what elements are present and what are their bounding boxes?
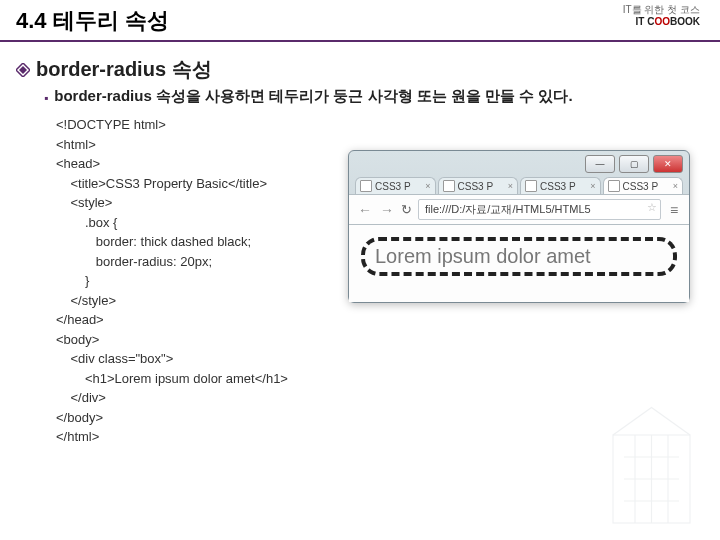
diamond-bullet-icon (16, 63, 30, 77)
block-title: border-radius 속성 (36, 56, 212, 83)
url-text: file:///D:/자료/교재/HTML5/HTML5 (425, 203, 591, 215)
window-close-button[interactable]: ✕ (653, 155, 683, 173)
menu-icon[interactable]: ≡ (667, 202, 681, 218)
sub-bullet-row: ▪ border-radius 속성을 사용하면 테두리가 둥근 사각형 또는 … (44, 87, 708, 109)
address-bar-row: ← → ↻ file:///D:/자료/교재/HTML5/HTML5 ☆ ≡ (349, 194, 689, 225)
logo-subtext: IT를 위한 첫 코스 (623, 4, 700, 15)
sub-bullet-text: border-radius 속성을 사용하면 테두리가 둥근 사각형 또는 원을… (54, 87, 572, 106)
file-icon (360, 180, 372, 192)
decorative-building-icon (602, 402, 712, 534)
brand-logo: IT를 위한 첫 코스 IT COOBOOK (623, 4, 700, 28)
close-icon[interactable]: × (425, 181, 430, 191)
file-icon (443, 180, 455, 192)
browser-tab-active[interactable]: CSS3 P× (603, 177, 684, 194)
section-heading: 4.4 테두리 속성 (0, 0, 720, 42)
browser-viewport: Lorem ipsum dolor amet (349, 225, 689, 302)
reload-icon[interactable]: ↻ (401, 202, 412, 217)
browser-tab[interactable]: CSS3 P× (438, 177, 519, 194)
block-title-row: border-radius 속성 (16, 56, 708, 83)
tab-strip: CSS3 P× CSS3 P× CSS3 P× CSS3 P× (349, 177, 689, 194)
file-icon (525, 180, 537, 192)
window-maximize-button[interactable]: ▢ (619, 155, 649, 173)
close-icon[interactable]: × (508, 181, 513, 191)
browser-tab[interactable]: CSS3 P× (520, 177, 601, 194)
rendered-heading-text: Lorem ipsum dolor amet (375, 245, 591, 267)
back-icon[interactable]: ← (357, 202, 373, 218)
browser-window: — ▢ ✕ CSS3 P× CSS3 P× CSS3 P× CSS3 P× ← … (348, 150, 690, 303)
rendered-box: Lorem ipsum dolor amet (361, 237, 677, 276)
forward-icon[interactable]: → (379, 202, 395, 218)
window-titlebar: — ▢ ✕ (349, 151, 689, 177)
browser-tab[interactable]: CSS3 P× (355, 177, 436, 194)
logo-brand: IT COOBOOK (636, 16, 700, 27)
bookmark-star-icon[interactable]: ☆ (647, 201, 657, 214)
close-icon[interactable]: × (590, 181, 595, 191)
url-input[interactable]: file:///D:/자료/교재/HTML5/HTML5 ☆ (418, 199, 661, 220)
square-bullet-icon: ▪ (44, 87, 48, 109)
close-icon[interactable]: × (673, 181, 678, 191)
window-minimize-button[interactable]: — (585, 155, 615, 173)
file-icon (608, 180, 620, 192)
